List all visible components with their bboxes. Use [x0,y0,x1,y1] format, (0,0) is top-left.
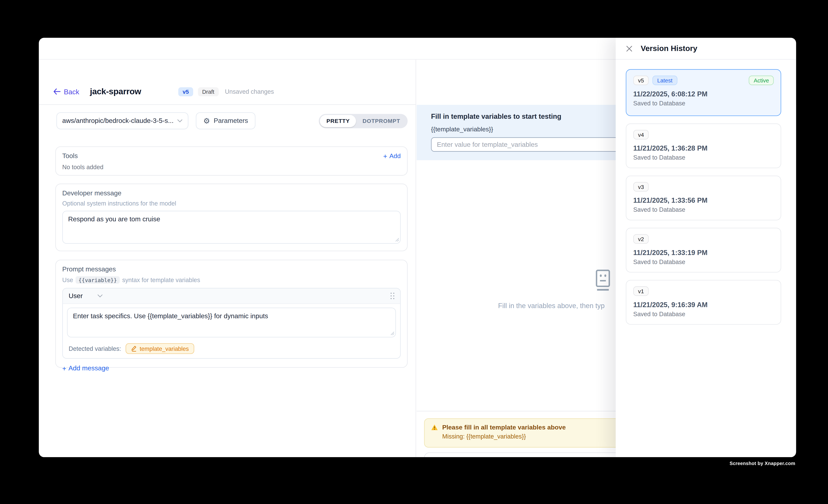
version-chip: v4 [633,130,649,139]
watermark: Screenshot by Xnapper.com [730,461,795,466]
close-icon [626,45,633,52]
page-title: jack-sparrow [90,87,141,96]
app-window: Back jack-sparrow v5 Draft Unsaved chang… [39,38,796,457]
version-card-v3[interactable]: v3 11/21/2025, 1:33:56 PM Saved to Datab… [626,176,781,220]
version-card-v5[interactable]: v5 Latest Active 11/22/2025, 6:08:12 PM … [626,69,781,116]
developer-message-hint: Optional system instructions for the mod… [62,200,401,206]
version-card-v2[interactable]: v2 11/21/2025, 1:33:19 PM Saved to Datab… [626,228,781,272]
warning-title: Please fill in all template variables ab… [442,424,566,431]
version-saved-status: Saved to Database [633,311,774,317]
status-badge: Draft [198,87,219,96]
screenshot-stage: Back jack-sparrow v5 Draft Unsaved chang… [0,0,828,504]
version-card-v1[interactable]: v1 11/21/2025, 9:16:39 AM Saved to Datab… [626,280,781,325]
version-card-v4[interactable]: v4 11/21/2025, 1:36:28 PM Saved to Datab… [626,123,781,168]
model-select-value: aws/anthropic/bedrock-claude-3-5-s... [62,117,177,125]
chevron-down-icon [98,294,103,298]
hint-prefix: Use [62,277,73,283]
version-history-header: Version History [616,38,796,60]
prompt-messages-label: Prompt messages [62,265,401,273]
version-saved-status: Saved to Database [633,100,774,107]
toggle-pretty[interactable]: PRETTY [320,115,356,127]
version-date: 11/21/2025, 9:16:39 AM [633,301,774,309]
tools-label: Tools [62,152,78,160]
template-variable-badge[interactable]: template_variables [126,343,194,354]
view-mode-toggle: PRETTY DOTPROMPT [319,114,408,128]
back-label: Back [64,87,79,95]
version-saved-status: Saved to Database [633,206,774,213]
add-tool-label: Add [389,152,401,160]
back-button[interactable]: Back [53,87,79,95]
close-button[interactable] [626,45,633,52]
version-date: 11/21/2025, 1:33:56 PM [633,196,774,204]
prompt-messages-hint: Use {{variable}} syntax for template var… [62,276,401,284]
unsaved-changes-label: Unsaved changes [225,88,274,95]
version-date: 11/21/2025, 1:36:28 PM [633,144,774,152]
template-variable-name: template_variables [140,345,189,352]
resize-handle-icon[interactable] [391,332,395,335]
model-select[interactable]: aws/anthropic/bedrock-claude-3-5-s... [56,112,189,129]
user-message-input[interactable]: Enter task specifics. Use {{template_var… [67,307,396,337]
add-tool-button[interactable]: + Add [383,152,401,160]
chevron-down-icon [177,119,182,122]
parameters-button[interactable]: ⚙ Parameters [196,112,255,129]
plus-icon: + [383,153,387,159]
plus-icon: + [62,365,66,372]
message-header: User [63,289,400,304]
developer-message-input[interactable]: Respond as you are tom cruise [62,211,401,244]
version-history-drawer: Version History v5 Latest Active 11/22/2… [616,38,796,457]
version-date: 11/21/2025, 1:33:19 PM [633,249,774,256]
developer-message-label: Developer message [62,190,401,197]
resize-handle-icon[interactable] [396,238,399,242]
detected-variables-label: Detected variables: [69,345,121,352]
test-empty-state-text: Fill in the variables above, then typ [498,302,605,309]
toggle-dotprompt[interactable]: DOTPROMPT [356,115,407,127]
version-list: v5 Latest Active 11/22/2025, 6:08:12 PM … [616,60,796,325]
version-chip: v2 [633,234,649,244]
warning-triangle-icon [431,424,438,431]
latest-badge: Latest [653,76,677,85]
version-chip: v5 [633,76,649,85]
version-history-title: Version History [641,44,697,53]
version-chip: v1 [633,286,649,296]
version-date: 11/22/2025, 6:08:12 PM [633,90,774,98]
detected-variables-row: Detected variables: template_variables [63,341,400,358]
message-block: User Enter task specifics. Use {{templat… [62,288,401,359]
version-saved-status: Saved to Database [633,154,774,161]
tools-card: Tools + Add No tools added [55,146,408,176]
pencil-icon [131,345,137,352]
prompt-editor-panel: Back jack-sparrow v5 Draft Unsaved chang… [39,60,416,457]
tools-empty-text: No tools added [62,164,401,170]
model-toolbar: aws/anthropic/bedrock-claude-3-5-s... ⚙ … [56,112,408,129]
developer-message-card: Developer message Optional system instru… [55,184,408,251]
bot-face-icon [594,269,612,294]
gear-icon: ⚙ [203,117,210,125]
version-saved-status: Saved to Database [633,259,774,265]
role-select-value: User [69,292,83,300]
active-badge: Active [749,76,774,85]
add-message-label: Add message [69,365,109,372]
role-select[interactable] [98,294,103,298]
back-arrow-icon [53,88,61,95]
prompt-messages-card: Prompt messages Use {{variable}} syntax … [55,260,408,368]
parameters-label: Parameters [214,117,248,125]
editor-header: Back jack-sparrow v5 Draft Unsaved chang… [39,60,415,105]
add-message-button[interactable]: + Add message [62,365,401,372]
drag-handle-icon[interactable] [390,293,394,299]
variable-syntax-chip: {{variable}} [76,276,120,284]
version-badge: v5 [178,87,193,96]
hint-suffix: syntax for template variables [122,277,200,283]
version-chip: v3 [633,182,649,192]
